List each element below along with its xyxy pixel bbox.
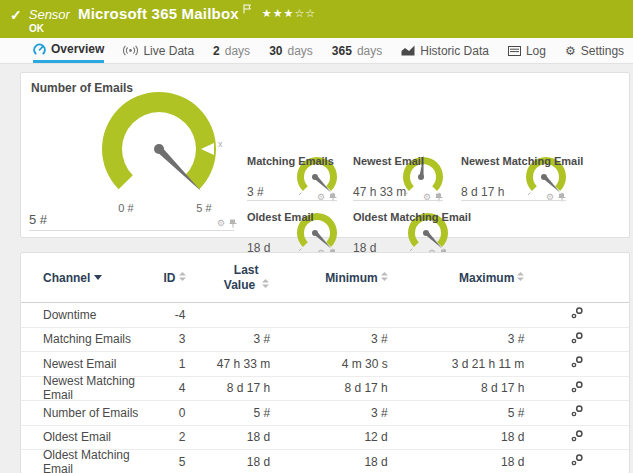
channel-settings-icon[interactable]	[571, 332, 583, 344]
minimum-value: 3 #	[270, 406, 388, 420]
sort-icon	[517, 272, 524, 281]
mini-gauge-title: Newest Matching Email	[461, 155, 583, 167]
channel-id: 0	[151, 406, 186, 420]
tab-overview[interactable]: Overview	[33, 38, 104, 63]
primary-gauge-value: 5 #	[29, 212, 47, 227]
gear-icon: ⚙	[565, 45, 576, 57]
tab-settings[interactable]: ⚙ Settings	[565, 38, 624, 63]
priority-stars[interactable]: ★★★☆☆	[262, 7, 316, 20]
sort-icon	[179, 272, 186, 281]
mini-gauge-value: 47 h 33 m	[353, 185, 406, 199]
channel-id: 1	[151, 357, 186, 371]
minimum-value: 8 d 17 h	[270, 381, 388, 395]
gauge-marker-icon	[201, 142, 216, 156]
mini-gauge-hub	[312, 174, 318, 180]
channel-name: Newest Email	[43, 357, 151, 371]
mini-gauge-hub	[423, 230, 429, 236]
mini-gauge-title: Newest Email	[353, 155, 424, 167]
tab-30-days[interactable]: 30days	[269, 38, 313, 63]
maximum-value: 3 d 21 h 11 m	[388, 357, 525, 371]
divider	[29, 230, 234, 231]
table-row[interactable]: Number of Emails 0 5 # 3 # 5 #	[21, 401, 629, 426]
minimum-value: 12 d	[270, 430, 388, 444]
log-icon	[508, 46, 521, 56]
table-row[interactable]: Newest Matching Email 4 8 d 17 h 8 d 17 …	[21, 377, 629, 402]
channel-table-panel: Channel ID Last Value Minimum Maximum Do…	[20, 252, 630, 473]
channel-settings-icon[interactable]	[571, 405, 583, 417]
maximum-value: 3 #	[388, 332, 525, 346]
table-row[interactable]: Oldest Matching Email 5 18 d 18 d 18 d	[21, 450, 629, 473]
channel-settings-icon[interactable]	[571, 381, 583, 393]
mini-gauge-title: Oldest Email	[247, 211, 314, 223]
last-value: 3 #	[186, 332, 271, 346]
mini-gauge-value: 3 #	[247, 185, 264, 199]
mini-gauge-hub	[418, 174, 424, 180]
pin-icon[interactable]	[229, 219, 237, 228]
sensor-kind-label: Sensor	[29, 7, 70, 22]
column-header-channel[interactable]: Channel	[43, 271, 151, 285]
divider	[247, 200, 337, 201]
status-check-icon: ✓	[10, 7, 22, 23]
last-value: 47 h 33 m	[186, 357, 271, 371]
column-header-last-value[interactable]: Last Value	[186, 263, 271, 293]
table-row[interactable]: Newest Email 1 47 h 33 m 4 m 30 s 3 d 21…	[21, 352, 629, 377]
broadcast-icon	[123, 45, 138, 56]
maximum-value: 8 d 17 h	[388, 381, 525, 395]
channel-name: Downtime	[43, 308, 151, 322]
sensor-header: ✓ Sensor Microsoft 365 Mailbox ★★★☆☆ OK	[0, 0, 633, 38]
tab-historic-data[interactable]: Historic Data	[401, 38, 489, 63]
maximum-value: 18 d	[388, 455, 525, 469]
primary-gauge-scale-min: 0 #	[106, 202, 146, 214]
gauge-icon	[33, 43, 46, 56]
channel-name: Newest Matching Email	[43, 374, 151, 402]
sort-icon	[381, 272, 388, 281]
mini-gauge-newest-matching-email: Newest Matching Email 8 d 17 h ⚙	[461, 155, 566, 205]
channel-name: Oldest Email	[43, 430, 151, 444]
mini-gauge-hub	[541, 174, 547, 180]
last-value: 8 d 17 h	[186, 381, 271, 395]
mini-gauge-title: Matching Emails	[247, 155, 334, 167]
tab-2-days[interactable]: 2days	[213, 38, 250, 63]
column-header-maximum[interactable]: Maximum	[388, 271, 525, 285]
minimum-value: 3 #	[270, 332, 388, 346]
sensor-status-badge: OK	[29, 23, 44, 34]
chart-icon	[401, 45, 415, 56]
channel-id: 5	[151, 455, 186, 469]
gauges-panel: Number of Emails x 0 # 5 # 5 # ⚙ Matchin…	[20, 72, 630, 238]
mini-gauge-matching-emails: Matching Emails 3 # ⚙	[247, 155, 337, 205]
tab-log[interactable]: Log	[508, 38, 546, 63]
column-header-id[interactable]: ID	[151, 271, 186, 285]
channel-name: Number of Emails	[43, 406, 151, 420]
gauge-marker-label: x	[218, 139, 223, 149]
channel-settings-icon[interactable]	[571, 307, 583, 319]
sensor-title: Microsoft 365 Mailbox	[78, 5, 239, 22]
tab-live-data[interactable]: Live Data	[123, 38, 194, 63]
channel-id: 4	[151, 381, 186, 395]
primary-gauge-hub	[154, 144, 164, 154]
table-row[interactable]: Downtime -4	[21, 303, 629, 328]
table-row[interactable]: Matching Emails 3 3 # 3 # 3 #	[21, 328, 629, 353]
primary-gauge-scale-max: 5 #	[184, 202, 224, 214]
column-header-minimum[interactable]: Minimum	[270, 271, 388, 285]
divider	[461, 200, 566, 201]
mini-gauge-title: Oldest Matching Email	[353, 211, 471, 223]
prtg-sensor-page: ✓ Sensor Microsoft 365 Mailbox ★★★☆☆ OK …	[0, 0, 633, 473]
channel-gear-icon[interactable]: ⚙	[217, 219, 225, 228]
last-value: 5 #	[186, 406, 271, 420]
mini-gauge-hub	[312, 230, 318, 236]
minimum-value: 4 m 30 s	[270, 357, 388, 371]
sort-desc-icon	[94, 275, 102, 280]
channel-settings-icon[interactable]	[571, 430, 583, 442]
channel-name: Oldest Matching Email	[43, 448, 151, 473]
last-value: 18 d	[186, 430, 271, 444]
tab-bar: Overview Live Data 2days 30days 365days …	[0, 38, 633, 64]
divider	[353, 200, 443, 201]
minimum-value: 18 d	[270, 455, 388, 469]
channel-name: Matching Emails	[43, 332, 151, 346]
flag-icon[interactable]	[243, 4, 252, 16]
tab-365-days[interactable]: 365days	[332, 38, 382, 63]
last-value: 18 d	[186, 455, 271, 469]
table-row[interactable]: Oldest Email 2 18 d 12 d 18 d	[21, 426, 629, 451]
channel-settings-icon[interactable]	[571, 356, 583, 368]
channel-settings-icon[interactable]	[571, 454, 583, 466]
